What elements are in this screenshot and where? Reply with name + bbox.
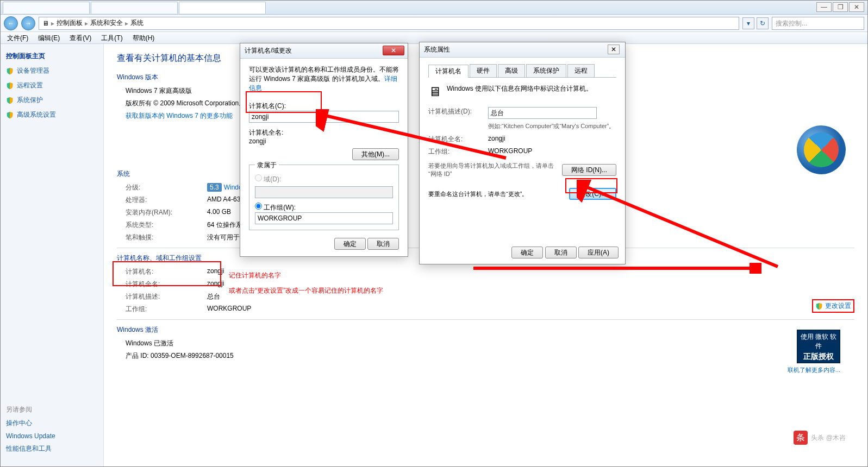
label-full-name: 计算机全名: <box>428 135 488 144</box>
maximize-button[interactable]: ❐ <box>833 2 848 12</box>
breadcrumb[interactable]: 🖥 ▸ 控制面板 ▸ 系统和安全 ▸ 系统 <box>39 17 739 30</box>
tab-remote[interactable]: 远程 <box>567 64 595 77</box>
cancel-button[interactable]: 取消 <box>545 247 577 258</box>
label-workgroup: 工作组: <box>428 147 488 156</box>
section-activation: Windows 激活 <box>117 325 854 335</box>
separator: ▸ <box>85 20 88 27</box>
separator: ▸ <box>51 20 54 27</box>
tab-advanced[interactable]: 高级 <box>498 64 525 77</box>
sidebar-item-label: 系统保护 <box>17 96 43 105</box>
shield-icon <box>815 302 823 310</box>
description-input[interactable] <box>488 107 597 119</box>
rename-hint: 要重命名这台计算机，请单击“更改”。 <box>428 190 564 198</box>
value-computer-name: zongji <box>207 267 224 276</box>
sidebar-item-label: 高级系统设置 <box>17 110 56 119</box>
address-bar: ← → 🖥 ▸ 控制面板 ▸ 系统和安全 ▸ 系统 ▾ ↻ 搜索控制... <box>1 15 867 32</box>
more-button[interactable]: 其他(M)... <box>352 148 399 160</box>
dialog-close-button[interactable]: ✕ <box>383 46 404 55</box>
breadcrumb-l2[interactable]: 系统 <box>130 18 143 28</box>
workgroup-radio[interactable] <box>255 203 262 210</box>
label-type: 系统类型: <box>126 220 207 230</box>
dialog-system-properties: 系统属性 ✕ 计算机名 硬件 高级 系统保护 远程 🖥 Windows 使用以下… <box>419 42 626 264</box>
dialog-close-button[interactable]: ✕ <box>608 45 620 54</box>
minimize-button[interactable]: — <box>816 2 832 12</box>
rating-badge: 5.3 <box>207 183 222 192</box>
workgroup-input[interactable] <box>255 212 393 224</box>
cancel-button[interactable]: 取消 <box>367 238 399 250</box>
separator: ▸ <box>125 20 128 27</box>
value-ram: 4.00 GB <box>207 208 231 217</box>
label-rating: 分级: <box>126 183 207 192</box>
sidebar: 控制面板主页 设备管理器 远程设置 系统保护 高级系统设置 另请参阅 操作中心 … <box>1 44 104 466</box>
activation-state: Windows 已激活 <box>126 339 854 348</box>
watermark-text: 头杀 @木咨 <box>811 433 846 443</box>
sidebar-item-device-manager[interactable]: 设备管理器 <box>6 66 98 75</box>
label-description: 计算机描述: <box>126 292 207 301</box>
value-cpu: AMD A4-630 <box>207 195 244 205</box>
tab-protection[interactable]: 系统保护 <box>526 64 566 77</box>
browser-tab[interactable] <box>3 2 90 14</box>
sidebar-heading: 控制面板主页 <box>6 52 98 61</box>
value-full-name: zongji <box>207 280 224 289</box>
learn-more-link[interactable]: 联机了解更多内容... <box>788 366 840 374</box>
sidebar-item-remote[interactable]: 远程设置 <box>6 81 98 90</box>
label-cpu: 处理器: <box>126 195 207 205</box>
change-settings-label: 更改设置 <box>825 301 851 311</box>
menu-file[interactable]: 文件(F) <box>3 32 33 44</box>
sidebar-item-label: 远程设置 <box>17 81 43 90</box>
info-text: Windows 使用以下信息在网络中标识这台计算机。 <box>447 84 592 93</box>
label-description: 计算机描述(D): <box>428 107 488 119</box>
tab-hardware[interactable]: 硬件 <box>470 64 497 77</box>
sidebar-item-label: 设备管理器 <box>17 66 49 75</box>
menu-view[interactable]: 查看(V) <box>65 32 96 44</box>
change-button[interactable]: 更改(C)... <box>569 188 616 200</box>
sidebar-item-protection[interactable]: 系统保护 <box>6 96 98 105</box>
see-also-windows-update[interactable]: Windows Update <box>6 430 55 442</box>
control-panel-icon: 🖥 <box>42 20 49 27</box>
workgroup-radio-label: 工作组(W): <box>264 204 296 211</box>
breadcrumb-root[interactable]: 控制面板 <box>57 18 83 28</box>
ok-button[interactable]: 确定 <box>334 238 366 250</box>
menu-help[interactable]: 帮助(H) <box>128 32 159 44</box>
change-settings-link[interactable]: 更改设置 <box>812 299 854 313</box>
menu-edit[interactable]: 编辑(E) <box>34 32 64 44</box>
search-input[interactable]: 搜索控制... <box>772 17 864 30</box>
close-button[interactable]: ✕ <box>849 2 864 12</box>
value-full-name: zongji <box>249 137 399 145</box>
computer-icon: 🖥 <box>428 84 441 99</box>
back-button[interactable]: ← <box>4 16 18 30</box>
label-workgroup: 工作组: <box>126 305 207 314</box>
network-id-button[interactable]: 网络 ID(N)... <box>562 164 616 176</box>
forward-button[interactable]: → <box>21 16 35 30</box>
network-id-hint: 若要使用向导将计算机加入域或工作组，请单击“网络 ID” <box>428 162 557 178</box>
sidebar-item-advanced[interactable]: 高级系统设置 <box>6 110 98 119</box>
dialog-description: 可以更改该计算机的名称和工作组成员身份。不能将运行 Windows 7 家庭高级… <box>249 65 399 93</box>
label-computer-name: 计算机名(C): <box>249 102 399 111</box>
dialog-name-domain-change: 计算机名/域更改 ✕ 可以更改该计算机的名称和工作组成员身份。不能将运行 Win… <box>240 43 408 257</box>
windows-orb-icon <box>797 125 846 174</box>
see-also-action-center[interactable]: 操作中心 <box>6 416 55 430</box>
genuine-l2: 正版授权 <box>800 352 838 362</box>
watermark-icon: 条 <box>794 431 808 445</box>
dialog-title: 系统属性 <box>420 42 625 58</box>
tab-computer-name[interactable]: 计算机名 <box>428 65 469 78</box>
annotation-text: 记住计算机的名字 或者点击“更改设置”改成一个容易记住的计算机的名字 <box>229 268 383 298</box>
menu-tools[interactable]: 工具(T) <box>97 32 127 44</box>
product-id: 产品 ID: 00359-OEM-8992687-00015 <box>126 351 854 361</box>
refresh-icon[interactable]: ↻ <box>757 17 769 29</box>
tabs: 计算机名 硬件 高级 系统保护 远程 <box>428 64 616 78</box>
see-also-header: 另请参阅 <box>6 403 55 416</box>
browser-tab[interactable] <box>91 2 178 14</box>
see-also-performance[interactable]: 性能信息和工具 <box>6 442 55 456</box>
description-example: 例如:“Kitchen Computer”或“Mary's Computer”。 <box>488 122 616 130</box>
breadcrumb-l1[interactable]: 系统和安全 <box>90 18 123 28</box>
computer-name-input[interactable] <box>249 111 399 123</box>
domain-radio <box>255 174 262 181</box>
browser-tab-strip: — ❐ ✕ <box>1 1 867 15</box>
domain-input <box>255 186 393 198</box>
apply-button[interactable]: 应用(A) <box>578 247 619 258</box>
browser-tab[interactable] <box>179 2 266 14</box>
ok-button[interactable]: 确定 <box>511 247 543 258</box>
dropdown-icon[interactable]: ▾ <box>742 17 754 29</box>
domain-radio-label: 域(D): <box>264 175 281 183</box>
